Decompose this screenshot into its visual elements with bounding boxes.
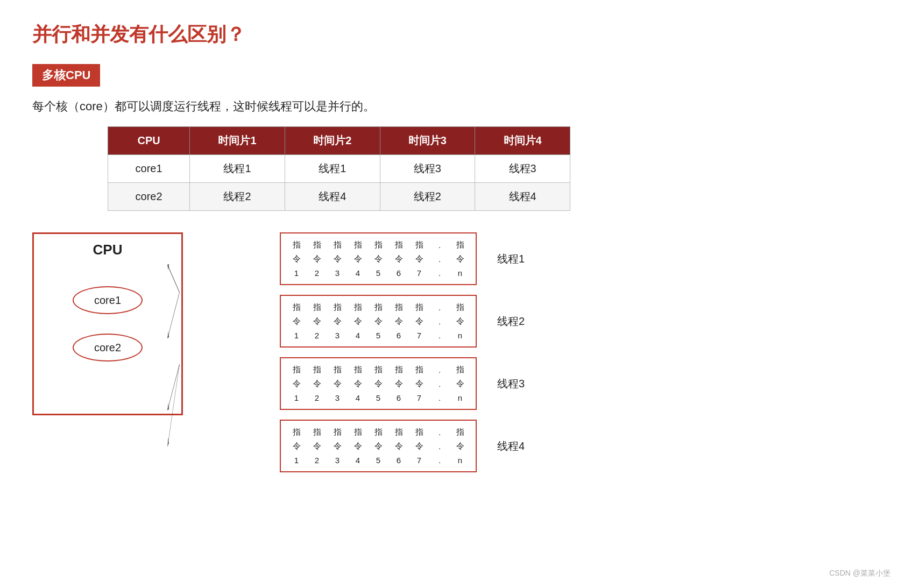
instruction-cell: 指	[409, 300, 429, 314]
instruction-cell: 令	[286, 439, 307, 453]
page-title: 并行和并发有什么区别？	[32, 22, 880, 48]
instruction-cell: 指	[327, 425, 348, 439]
instruction-cell: 令	[348, 314, 368, 328]
instruction-cell: 指	[450, 363, 470, 377]
instruction-cell: .	[429, 238, 450, 252]
instruction-cell: 3	[327, 391, 348, 405]
instruction-cell: 指	[450, 238, 470, 252]
instruction-cell: 4	[348, 391, 368, 405]
instruction-cell: 7	[409, 453, 429, 467]
instruction-cell: .	[429, 252, 450, 266]
instruction-cell: 5	[368, 453, 388, 467]
instruction-cell: 指	[307, 238, 327, 252]
instruction-cell: .	[429, 314, 450, 328]
instruction-cell: 2	[307, 266, 327, 280]
instruction-cell: 指	[450, 425, 470, 439]
instruction-cell: 4	[348, 328, 368, 342]
instruction-box-2: 指指指指指指指.指令令令令令令令.令1234567.n	[280, 295, 477, 348]
instruction-cell: 7	[409, 266, 429, 280]
table-header: 时间片2	[285, 127, 380, 155]
instruction-cell: 指	[368, 425, 388, 439]
cpu-box-label: CPU	[93, 242, 123, 258]
instruction-cell: 令	[450, 439, 470, 453]
thread-row-2: 指指指指指指指.指令令令令令令令.令1234567.n线程2	[280, 295, 880, 348]
instruction-cell: 令	[286, 377, 307, 391]
instruction-cell: 令	[409, 252, 429, 266]
instruction-cell: 7	[409, 328, 429, 342]
instruction-cell: .	[429, 439, 450, 453]
instruction-cell: 1	[286, 328, 307, 342]
instruction-cell: 7	[409, 391, 429, 405]
instruction-cell: 指	[409, 363, 429, 377]
instruction-cell: 1	[286, 266, 307, 280]
thread-label-1: 线程1	[497, 252, 525, 266]
instruction-cell: 指	[388, 300, 409, 314]
instruction-cell: n	[450, 453, 470, 467]
table-header: 时间片3	[380, 127, 475, 155]
core2-oval: core2	[73, 334, 143, 362]
instruction-cell: 指	[409, 238, 429, 252]
instruction-cell: 6	[388, 328, 409, 342]
instruction-cell: .	[429, 425, 450, 439]
instruction-cell: 令	[388, 439, 409, 453]
instruction-cell: 6	[388, 391, 409, 405]
instruction-cell: .	[429, 266, 450, 280]
instruction-cell: 3	[327, 266, 348, 280]
instruction-box-1: 指指指指指指指.指令令令令令令令.令1234567.n	[280, 232, 477, 285]
thread-row-3: 指指指指指指指.指令令令令令令令.令1234567.n线程3	[280, 357, 880, 410]
table-cell: 线程1	[190, 155, 285, 183]
table-cell: 线程3	[475, 155, 570, 183]
instruction-cell: .	[429, 377, 450, 391]
instruction-cell: 令	[368, 314, 388, 328]
instruction-cell: 令	[368, 252, 388, 266]
instruction-cell: 令	[348, 377, 368, 391]
core1-oval: core1	[73, 286, 143, 314]
cpu-box: CPU core1 core2	[32, 232, 183, 415]
instruction-cell: n	[450, 266, 470, 280]
table-cell: 线程3	[380, 155, 475, 183]
instruction-cell: 指	[286, 238, 307, 252]
instruction-cell: 指	[368, 238, 388, 252]
instruction-cell: 令	[450, 252, 470, 266]
instruction-cell: 令	[388, 377, 409, 391]
instruction-cell: 2	[307, 328, 327, 342]
watermark: CSDN @菜菜小堡	[829, 569, 890, 578]
instruction-cell: 5	[368, 266, 388, 280]
table-header: 时间片1	[190, 127, 285, 155]
table-header: CPU	[108, 127, 190, 155]
instruction-cell: 令	[307, 439, 327, 453]
instruction-cell: 3	[327, 453, 348, 467]
instruction-cell: 令	[286, 314, 307, 328]
instruction-cell: 令	[409, 439, 429, 453]
instruction-cell: 指	[307, 363, 327, 377]
instruction-cell: 令	[307, 314, 327, 328]
table-cell: core2	[108, 183, 190, 211]
instruction-box-3: 指指指指指指指.指令令令令令令令.令1234567.n	[280, 357, 477, 410]
table-row: core1线程1线程1线程3线程3	[108, 155, 570, 183]
instruction-cell: .	[429, 453, 450, 467]
instruction-box-4: 指指指指指指指.指令令令令令令令.令1234567.n	[280, 420, 477, 472]
instruction-cell: 指	[450, 300, 470, 314]
instruction-cell: 令	[307, 377, 327, 391]
instruction-cell: 4	[348, 266, 368, 280]
instruction-cell: 指	[388, 238, 409, 252]
table-row: core2线程2线程4线程2线程4	[108, 183, 570, 211]
instruction-cell: 令	[368, 377, 388, 391]
instruction-cell: 令	[368, 439, 388, 453]
instruction-cell: 令	[409, 377, 429, 391]
instruction-cell: 5	[368, 328, 388, 342]
instruction-cell: 3	[327, 328, 348, 342]
instruction-cell: .	[429, 391, 450, 405]
instruction-cell: 令	[327, 252, 348, 266]
table-cell: 线程2	[380, 183, 475, 211]
instruction-cell: 6	[388, 266, 409, 280]
instruction-cell: 1	[286, 453, 307, 467]
instruction-cell: 令	[388, 252, 409, 266]
table-cell: 线程2	[190, 183, 285, 211]
instruction-cell: 5	[368, 391, 388, 405]
instruction-cell: 指	[388, 363, 409, 377]
instruction-cell: 令	[327, 439, 348, 453]
instruction-cell: 指	[327, 238, 348, 252]
cpu-table: CPU时间片1时间片2时间片3时间片4 core1线程1线程1线程3线程3cor…	[108, 126, 570, 211]
instruction-cell: 指	[286, 425, 307, 439]
